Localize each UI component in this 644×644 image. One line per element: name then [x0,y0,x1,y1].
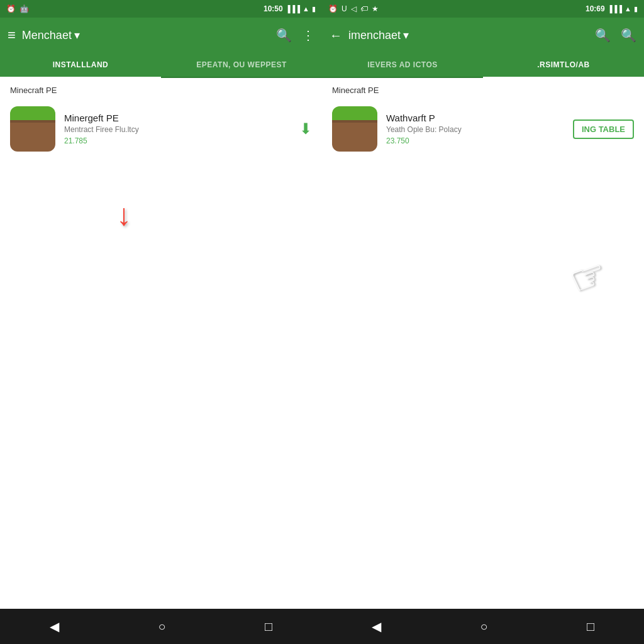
red-arrow-indicator: ↓ [116,197,131,232]
left-nav-recent[interactable]: □ [252,614,285,639]
left-wifi-icon: ▲ [303,5,309,13]
cursor-hand-indicator: ☞ [564,249,613,305]
right-section-label: Minecraft PE [322,78,644,100]
alarm-icon: ⏰ [6,4,16,13]
right-time: 10:69 [586,4,605,13]
left-tab-installed[interactable]: INSTALLLAND [0,53,161,77]
left-app-icon [10,106,55,152]
right-status-right: 10:69 ▐▐▐ ▲ ▮ [586,4,638,13]
right-wifi-icon: ▲ [625,5,631,13]
left-nav-home[interactable]: ○ [145,614,178,639]
right-app-name: Wathvarft P [386,113,564,123]
left-app-rating: 21.785 [64,136,291,145]
right-app-info: Wathvarft P Yeath Ople Bu: Polacy 23.750 [386,113,564,145]
right-install-button[interactable]: ING TABLE [573,119,634,139]
right-app-icon [332,106,377,152]
left-app-name: Minergeft PE [64,113,291,123]
left-more-button[interactable]: ⋮ [302,28,314,43]
left-app-bar: Menchaet ▾ 🔍 ⋮ [0,18,322,53]
left-content-area: Minecraft PE Minergeft PE Mentract Firee… [0,78,322,609]
right-mc-dirt-bottom [332,120,377,152]
right-status-bar: ⏰ U ◁ 🏷 ★ 10:69 ▐▐▐ ▲ ▮ [322,0,644,18]
left-app-action[interactable]: ⬇ [299,120,312,138]
right-battery-icon: ▮ [634,5,638,13]
left-status-right: 10:50 ▐▐▐ ▲ ▮ [264,4,316,13]
mc-grass-top [10,106,55,120]
left-tab-1-label: EPEATN, OU WEPPEST [196,60,286,69]
left-nav-bar: ◀ ○ □ [0,609,322,644]
right-app-bar-actions: 🔍 🔍 [595,28,636,43]
left-menu-button[interactable] [8,27,16,43]
left-tab-0-label: INSTALLLAND [53,60,109,69]
left-battery-icon: ▮ [312,5,316,13]
right-content-area: Minecraft PE Wathvarft P Yeath Ople Bu: … [322,78,644,609]
left-dropdown-arrow[interactable]: ▾ [74,28,80,42]
right-search1-button[interactable]: 🔍 [595,28,611,43]
left-status-bar: ⏰ 🤖 10:50 ▐▐▐ ▲ ▮ [0,0,322,18]
right-phone-screen: ⏰ U ◁ 🏷 ★ 10:69 ▐▐▐ ▲ ▮ ← imenchaet ▾ 🔍 … [322,0,644,644]
right-nav-home[interactable]: ○ [467,614,500,639]
left-title-text: Menchaet [22,29,72,42]
right-status-icons-left: ⏰ U ◁ 🏷 ★ [328,4,379,13]
right-nav-back[interactable]: ◀ [359,614,394,639]
right-tab-1-label: .RSIMTLO/AB [537,60,590,69]
left-app-info: Minergeft PE Mentract Firee Flu.ltcy 21.… [64,113,291,145]
right-search2-button[interactable]: 🔍 [621,28,636,43]
right-app-action[interactable]: ING TABLE [573,119,634,139]
right-mc-grass-top [332,106,377,120]
right-app-rating: 23.750 [386,136,564,145]
right-alarm-icon: ⏰ [328,4,338,13]
right-back-button[interactable]: ← [330,28,342,43]
right-dropdown-arrow[interactable]: ▾ [403,28,409,42]
left-tab-updates[interactable]: EPEATN, OU WEPPEST [161,53,322,77]
left-search-button[interactable]: 🔍 [276,28,292,43]
left-time: 10:50 [264,4,283,13]
left-status-icons-left: ⏰ 🤖 [6,4,29,13]
right-app-item[interactable]: Wathvarft P Yeath Ople Bu: Polacy 23.750… [322,100,644,158]
right-tab-updates[interactable]: IEVERS AD ICTOS [322,53,483,77]
left-phone-screen: ⏰ 🤖 10:50 ▐▐▐ ▲ ▮ Menchaet ▾ 🔍 ⋮ INSTALL… [0,0,322,644]
left-app-bar-actions: 🔍 ⋮ [276,28,314,43]
left-app-desc: Mentract Firee Flu.ltcy [64,125,291,134]
right-app-title: imenchaet ▾ [348,28,589,42]
left-signal-icon: ▐▐▐ [286,5,300,13]
right-title-text: imenchaet [348,29,401,42]
left-app-title: Menchaet ▾ [22,28,270,42]
right-tab-0-label: IEVERS AD ICTOS [367,60,438,69]
left-download-icon[interactable]: ⬇ [299,120,312,138]
left-section-label: Minecraft PE [0,78,322,100]
android-icon: 🤖 [19,4,29,13]
right-signal-left-icon: ◁ [351,4,357,13]
right-tab-installed[interactable]: .RSIMTLO/AB [483,53,644,77]
left-nav-back[interactable]: ◀ [37,614,72,639]
right-nav-recent[interactable]: □ [574,614,607,639]
right-tabs: IEVERS AD ICTOS .RSIMTLO/AB [322,53,644,78]
right-app-desc: Yeath Ople Bu: Polacy [386,125,564,134]
right-app-bar: ← imenchaet ▾ 🔍 🔍 [322,18,644,53]
right-u-icon: U [341,4,347,13]
left-app-item[interactable]: Minergeft PE Mentract Firee Flu.ltcy 21.… [0,100,322,158]
right-signal-icon: ▐▐▐ [608,5,622,13]
right-star-icon: ★ [372,4,379,13]
right-store-icon: 🏷 [360,4,368,13]
mc-dirt-bottom [10,120,55,152]
left-tabs: INSTALLLAND EPEATN, OU WEPPEST [0,53,322,78]
right-nav-bar: ◀ ○ □ [322,609,644,644]
